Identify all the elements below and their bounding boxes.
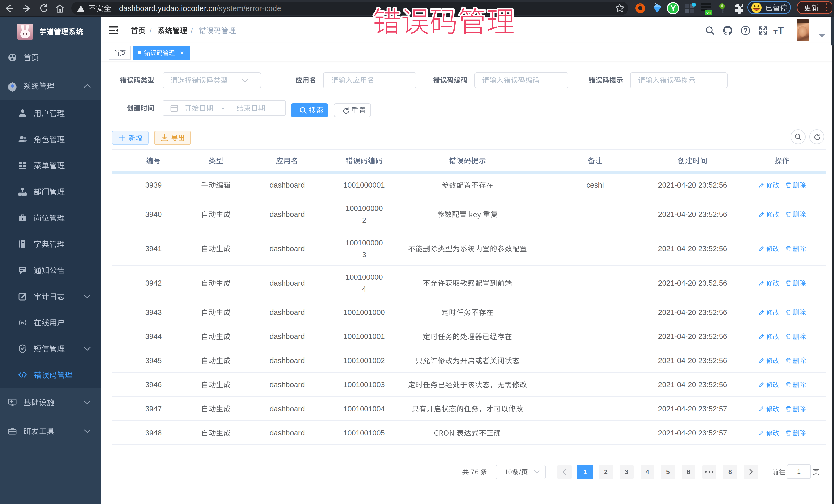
svg-text:on: on: [706, 10, 710, 14]
